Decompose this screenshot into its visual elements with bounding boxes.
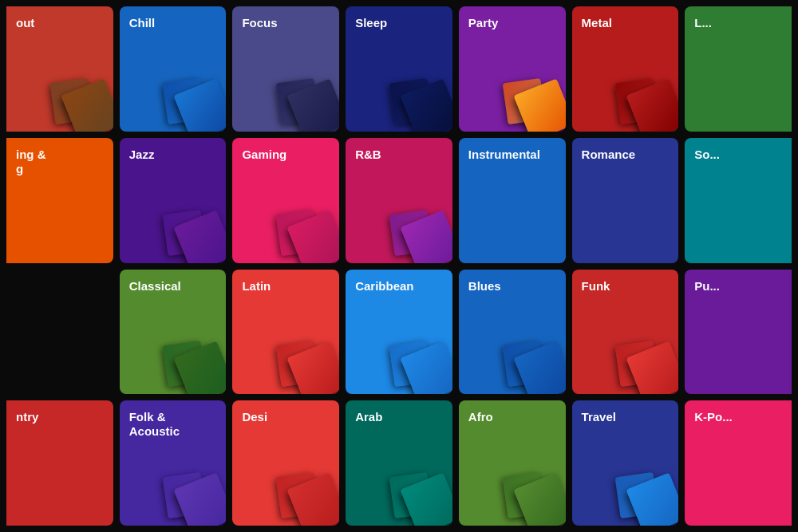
card-classical[interactable]: Classical: [120, 270, 227, 395]
card-label-pun: Pu...: [694, 279, 782, 294]
card-label-classical: Classical: [129, 279, 217, 294]
card-label-rnb: R&B: [355, 148, 443, 162]
card-label-gaming: Gaming: [242, 148, 330, 162]
card-so[interactable]: So...: [685, 138, 792, 263]
card-label-latin: Latin: [242, 279, 330, 294]
card-kpo[interactable]: K-Po...: [685, 400, 792, 526]
card-label-chill: Chill: [129, 16, 217, 30]
card-instrumental[interactable]: Instrumental: [459, 138, 566, 263]
card-romance[interactable]: Romance: [572, 138, 679, 263]
card-party[interactable]: Party: [459, 6, 566, 132]
card-label-blues: Blues: [468, 279, 556, 294]
card-label-ntry: ntry: [16, 410, 104, 424]
browse-grid: outChillFocusSleepPartyMetalL...ing & gJ…: [0, 0, 798, 532]
card-label-le: L...: [694, 16, 782, 30]
card-ntry[interactable]: ntry: [6, 400, 113, 526]
card-gaming[interactable]: Gaming: [232, 138, 339, 263]
card-label-kpo: K-Po...: [694, 410, 782, 424]
card-latin[interactable]: Latin: [232, 270, 339, 395]
card-label-afro: Afro: [468, 410, 556, 424]
card-label-jazz: Jazz: [129, 148, 217, 162]
card-travel[interactable]: Travel: [572, 400, 679, 526]
card-rnb[interactable]: R&B: [346, 138, 452, 263]
card-pun[interactable]: Pu...: [685, 270, 792, 395]
card-label-caribbean: Caribbean: [355, 279, 443, 294]
card-label-ing: ing & g: [16, 148, 104, 176]
card-label-party: Party: [468, 16, 556, 30]
card-label-so: So...: [694, 148, 782, 162]
card-focus[interactable]: Focus: [232, 6, 339, 132]
card-label-folk: Folk & Acoustic: [129, 410, 217, 439]
card-label-romance: Romance: [582, 148, 670, 162]
card-label-travel: Travel: [582, 410, 670, 424]
card-metal[interactable]: Metal: [572, 6, 679, 132]
card-out[interactable]: out: [6, 6, 113, 132]
card-desi[interactable]: Desi: [232, 400, 339, 526]
card-label-focus: Focus: [242, 16, 330, 30]
card-caribbean[interactable]: Caribbean: [346, 270, 452, 395]
card-label-instrumental: Instrumental: [468, 148, 556, 162]
card-label-arab: Arab: [355, 410, 443, 424]
card-ing[interactable]: ing & g: [6, 138, 113, 263]
card-chill[interactable]: Chill: [120, 6, 227, 132]
card-sleep[interactable]: Sleep: [346, 6, 452, 132]
card-label-funk: Funk: [582, 279, 670, 294]
card-folk[interactable]: Folk & Acoustic: [120, 400, 227, 526]
card-jazz[interactable]: Jazz: [120, 138, 227, 263]
card-le[interactable]: L...: [685, 6, 792, 132]
card-arab[interactable]: Arab: [346, 400, 452, 526]
card-label-metal: Metal: [582, 16, 670, 30]
card-label-sleep: Sleep: [355, 16, 443, 30]
card-label-out: out: [16, 16, 104, 30]
card-afro[interactable]: Afro: [459, 400, 566, 526]
card-label-desi: Desi: [242, 410, 330, 424]
card-blues[interactable]: Blues: [459, 270, 566, 395]
card-funk[interactable]: Funk: [572, 270, 679, 395]
